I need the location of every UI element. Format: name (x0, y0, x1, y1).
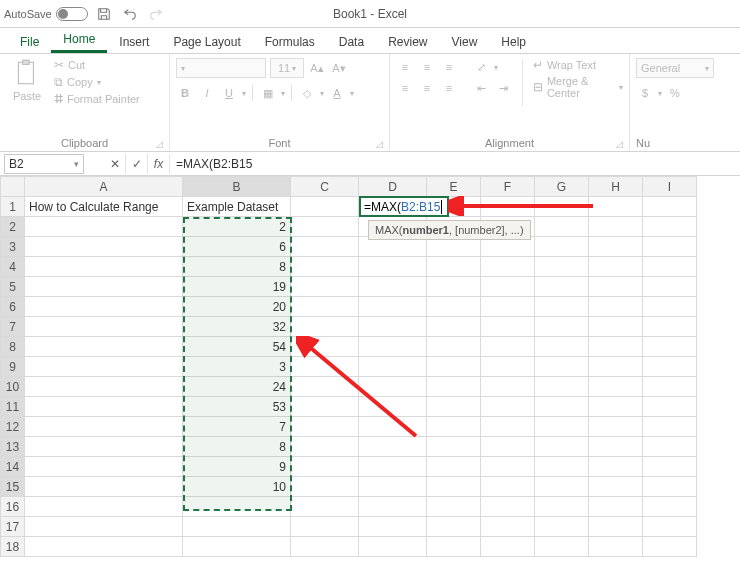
name-box[interactable]: B2 ▾ (4, 154, 84, 174)
cell[interactable] (481, 417, 535, 437)
percent-icon[interactable]: % (666, 84, 684, 102)
cell[interactable] (535, 297, 589, 317)
cell[interactable] (643, 377, 697, 397)
cell[interactable] (643, 517, 697, 537)
cut-button[interactable]: ✂Cut (54, 58, 140, 72)
insert-function-button[interactable]: fx (148, 154, 170, 174)
cell[interactable] (481, 397, 535, 417)
formula-input[interactable] (170, 154, 740, 174)
cell[interactable] (25, 477, 183, 497)
cell[interactable] (535, 537, 589, 557)
font-color-icon[interactable]: A (328, 84, 346, 102)
cell[interactable] (481, 277, 535, 297)
cell[interactable]: 2 (183, 217, 291, 237)
tab-data[interactable]: Data (327, 31, 376, 53)
cell[interactable] (291, 197, 359, 217)
cell[interactable] (25, 417, 183, 437)
cell[interactable] (291, 377, 359, 397)
cell[interactable] (589, 297, 643, 317)
cell[interactable] (481, 197, 535, 217)
align-middle-icon[interactable]: ≡ (418, 58, 436, 76)
cell[interactable] (643, 317, 697, 337)
cell[interactable] (359, 477, 427, 497)
cell[interactable]: 8 (183, 437, 291, 457)
number-format-combo[interactable]: General▾ (636, 58, 714, 78)
cell[interactable] (359, 317, 427, 337)
cell[interactable] (589, 397, 643, 417)
tab-help[interactable]: Help (489, 31, 538, 53)
align-top-icon[interactable]: ≡ (396, 58, 414, 76)
redo-icon[interactable] (146, 4, 166, 24)
dialog-launcher-icon[interactable]: ◿ (376, 139, 383, 149)
cell[interactable] (427, 297, 481, 317)
cell[interactable] (589, 277, 643, 297)
row-header[interactable]: 9 (1, 357, 25, 377)
col-header[interactable]: G (535, 177, 589, 197)
cell[interactable] (359, 537, 427, 557)
cell[interactable] (535, 277, 589, 297)
cell[interactable] (25, 537, 183, 557)
cell[interactable] (643, 537, 697, 557)
cell[interactable] (589, 217, 643, 237)
cell[interactable] (25, 317, 183, 337)
cell[interactable] (643, 297, 697, 317)
cell[interactable] (643, 277, 697, 297)
decrease-font-icon[interactable]: A▾ (330, 59, 348, 77)
cell[interactable]: 24 (183, 377, 291, 397)
cell[interactable] (25, 257, 183, 277)
cell[interactable] (291, 537, 359, 557)
cell[interactable] (291, 517, 359, 537)
row-header[interactable]: 5 (1, 277, 25, 297)
cell[interactable] (589, 437, 643, 457)
cell[interactable] (427, 337, 481, 357)
cell[interactable] (291, 357, 359, 377)
increase-indent-icon[interactable]: ⇥ (494, 79, 512, 97)
cell[interactable] (427, 277, 481, 297)
cell[interactable]: 19 (183, 277, 291, 297)
cell[interactable] (359, 257, 427, 277)
cell[interactable] (535, 497, 589, 517)
col-header[interactable]: C (291, 177, 359, 197)
cell[interactable] (535, 217, 589, 237)
cell[interactable] (589, 477, 643, 497)
cell[interactable] (643, 197, 697, 217)
increase-font-icon[interactable]: A▴ (308, 59, 326, 77)
cell[interactable] (427, 317, 481, 337)
row-header[interactable]: 13 (1, 437, 25, 457)
cell[interactable] (535, 457, 589, 477)
cell[interactable] (359, 517, 427, 537)
cell[interactable] (427, 377, 481, 397)
row-header[interactable]: 15 (1, 477, 25, 497)
cell[interactable] (535, 397, 589, 417)
cell[interactable] (481, 257, 535, 277)
row-header[interactable]: 6 (1, 297, 25, 317)
cell[interactable] (359, 497, 427, 517)
cell[interactable] (427, 457, 481, 477)
cell[interactable] (535, 377, 589, 397)
row-header[interactable]: 4 (1, 257, 25, 277)
cell[interactable] (427, 517, 481, 537)
cell[interactable] (481, 517, 535, 537)
cell[interactable] (589, 497, 643, 517)
cell[interactable] (291, 417, 359, 437)
cell[interactable]: 20 (183, 297, 291, 317)
cell[interactable] (25, 457, 183, 477)
cell[interactable] (589, 317, 643, 337)
cell[interactable] (481, 537, 535, 557)
cell[interactable] (25, 217, 183, 237)
cell[interactable] (291, 237, 359, 257)
cell[interactable] (359, 417, 427, 437)
cell[interactable] (535, 477, 589, 497)
row-header[interactable]: 11 (1, 397, 25, 417)
cell[interactable] (25, 497, 183, 517)
cell[interactable] (291, 297, 359, 317)
tab-formulas[interactable]: Formulas (253, 31, 327, 53)
cell-editor[interactable]: =MAX(B2:B15 (359, 196, 449, 217)
autosave-toggle[interactable]: AutoSave (4, 7, 88, 21)
cell[interactable] (359, 397, 427, 417)
cell[interactable] (643, 237, 697, 257)
cell[interactable] (291, 477, 359, 497)
font-size-combo[interactable]: 11▾ (270, 58, 304, 78)
cell[interactable] (589, 237, 643, 257)
cell[interactable] (25, 397, 183, 417)
